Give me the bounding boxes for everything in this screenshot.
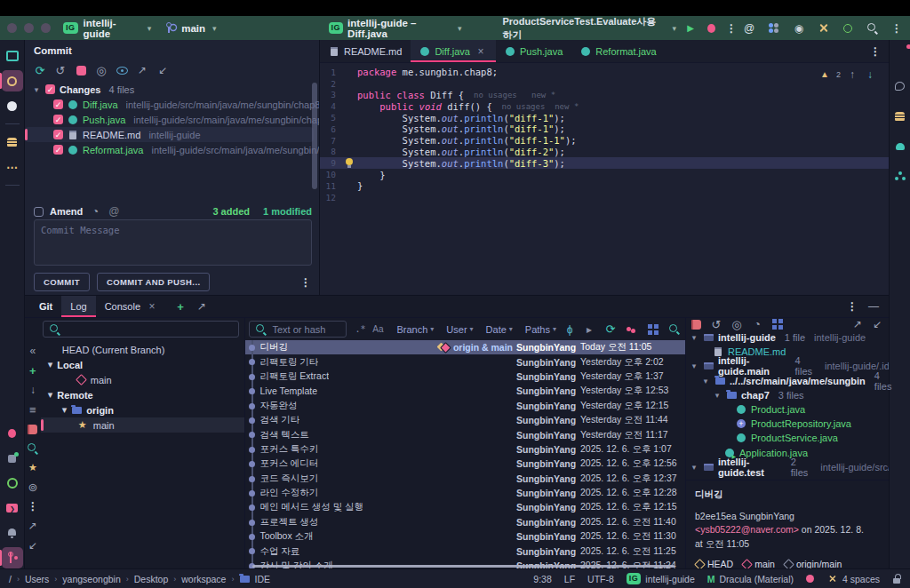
breadcrumb-item[interactable]: Users (25, 574, 49, 584)
breadcrumb-item[interactable]: yangseongbin (62, 574, 120, 584)
changes-group-row[interactable]: ▾✓Changes4 files (25, 82, 319, 97)
branch-switcher[interactable]: main (181, 23, 205, 34)
more-v-icon[interactable] (846, 300, 858, 313)
terminal-tool-button[interactable] (2, 497, 23, 519)
cherry-icon[interactable] (626, 323, 638, 336)
log-row[interactable]: 코드 즉시보기SungbinYang2025. 12. 6. 오후 12:37 (245, 472, 685, 486)
aichat-tool-button[interactable] (890, 75, 910, 97)
run-configuration-selector[interactable]: ProductServiceTest.Evaluate사용하기 (502, 15, 662, 42)
ai-icon[interactable] (842, 22, 854, 35)
minimize-icon[interactable] (867, 300, 880, 313)
breadcrumb[interactable]: /›Users›yangseongbin›Desktop›workspace›I… (9, 574, 270, 584)
intention-bulb-icon[interactable] (345, 158, 355, 168)
minimize-window-button[interactable] (24, 23, 34, 33)
details-tree-row[interactable]: ProductRepository.java (686, 417, 889, 431)
maximize-window-button[interactable] (41, 23, 51, 33)
log-row[interactable]: 메인 메서드 생성 및 실행SungbinYang2025. 12. 6. 오후… (245, 500, 685, 514)
commit-email[interactable]: <ysb05222@naver.com> (695, 524, 799, 535)
record-icon[interactable] (793, 22, 805, 35)
plus-icon[interactable] (27, 364, 39, 377)
branch-row-head-current-branch-[interactable]: HEAD (Current Branch) (41, 342, 245, 357)
encoding-widget[interactable]: UTF-8 (587, 574, 614, 584)
commit-button[interactable]: COMMIT (34, 273, 90, 291)
shelf-icon[interactable] (75, 64, 87, 76)
expand-icon[interactable] (27, 520, 39, 532)
details-tree-row[interactable]: ▾intellij-guide.main4 filesintellij-guid… (686, 359, 889, 373)
changed-file-row[interactable]: ✓Push.javaintellij-guide/src/main/java/m… (25, 112, 319, 127)
tools-icon[interactable] (818, 22, 829, 34)
log-row[interactable]: 자동완성SungbinYangYesterday 오후 12:15 (245, 399, 685, 413)
collapse-icon[interactable] (871, 318, 883, 330)
commit-message-input[interactable] (34, 219, 312, 266)
close-window-button[interactable] (7, 23, 17, 33)
macro-indicator[interactable] (806, 575, 814, 583)
next-warning-button[interactable] (864, 68, 876, 81)
window-title-group[interactable]: IG intellij-guide – Diff.java ▾ (329, 18, 462, 39)
log-row[interactable]: 수업 자료SungbinYang2025. 12. 6. 오전 11:25 (245, 544, 685, 558)
project-widget[interactable]: IG intellij-guide (627, 573, 695, 584)
editor-tab-reformat-java[interactable]: Reformat.java (571, 40, 665, 62)
breadcrumb-item[interactable]: / (9, 574, 12, 584)
more-y-tool-button[interactable] (2, 156, 23, 178)
lock-icon[interactable] (892, 574, 901, 584)
log-row[interactable]: 포커스 에디터SungbinYang2025. 12. 6. 오후 12:56 (245, 457, 685, 471)
plus-icon[interactable] (174, 300, 187, 313)
bell-p-tool-button[interactable] (890, 45, 910, 67)
users-icon[interactable] (768, 22, 780, 35)
case-icon[interactable] (371, 323, 384, 336)
close-icon[interactable] (146, 300, 158, 313)
db-tool-button[interactable] (890, 106, 910, 127)
gear-icon[interactable] (95, 64, 108, 76)
expand-icon[interactable] (196, 300, 208, 313)
file-checkbox[interactable]: ✓ (53, 130, 63, 139)
refresh-icon[interactable] (34, 64, 46, 76)
eye-icon[interactable] (116, 64, 128, 76)
details-tree-row[interactable]: README.md (686, 345, 889, 359)
regex-icon[interactable] (354, 323, 366, 336)
gradle-tool-button[interactable] (890, 136, 910, 157)
scrollbar[interactable] (312, 83, 317, 189)
details-tree-row[interactable]: ▾intellij-guide.test2 filesintellij-guid… (686, 460, 889, 474)
mention-icon[interactable] (108, 205, 120, 218)
more-v-icon[interactable] (869, 45, 882, 58)
services-tool-button[interactable] (2, 448, 23, 469)
run-more-button[interactable] (725, 22, 738, 35)
commit-more-button[interactable] (299, 276, 312, 289)
star-icon[interactable] (27, 461, 39, 473)
debug-button[interactable] (705, 22, 717, 35)
filter-user[interactable]: User▾ (446, 324, 473, 335)
collapse-icon[interactable] (156, 64, 169, 76)
theme-widget[interactable]: M Dracula (Material) (707, 574, 794, 584)
search-m-icon[interactable] (27, 442, 38, 454)
editor-tab-push-java[interactable]: Push.java (496, 40, 571, 62)
caret-position-widget[interactable]: 9:38 (533, 574, 551, 584)
dots-icon[interactable] (27, 500, 39, 513)
log-row[interactable]: 검색 기타SungbinYangYesterday 오전 11:44 (245, 413, 685, 427)
scrollbar[interactable] (252, 565, 675, 568)
details-tree-row[interactable]: Product.java (686, 402, 889, 417)
amend-checkbox[interactable] (34, 207, 44, 217)
expand-icon[interactable] (851, 318, 864, 330)
stack-icon[interactable] (27, 403, 39, 416)
filter-paths[interactable]: Paths▾ (525, 324, 556, 335)
log-row[interactable]: 프로젝트 생성SungbinYang2025. 12. 6. 오전 11:40 (245, 515, 685, 529)
breadcrumb-item[interactable]: IDE (239, 574, 270, 584)
file-checkbox[interactable]: ✓ (53, 115, 63, 124)
commit-search-field[interactable]: Text or hash (249, 321, 347, 338)
play-dim-icon[interactable] (583, 323, 595, 336)
globe-icon[interactable] (27, 481, 39, 493)
log-row[interactable]: Toolbox 소개SungbinYang2025. 12. 6. 오전 11:… (245, 529, 685, 544)
changed-file-row[interactable]: ✓Reformat.javaintellij-guide/src/main/ja… (25, 142, 319, 157)
changed-file-row[interactable]: ✓Diff.javaintellij-guide/src/main/java/m… (25, 97, 319, 112)
clock-icon[interactable] (751, 318, 763, 330)
details-tree-row[interactable]: ProductService.java (686, 431, 889, 445)
log-row[interactable]: 디버깅origin & mainSungbinYangToday 오전 11:0… (245, 340, 685, 354)
branch-row-main[interactable]: main (41, 372, 245, 387)
code-editor[interactable]: 1package me.sungbin.chap8;23public class… (320, 63, 889, 203)
details-tree-row[interactable]: ▾intellij-guide1 fileintellij-guide (686, 330, 889, 345)
line-ending-widget[interactable]: LF (564, 574, 575, 584)
branch-row-local[interactable]: ▾Local (41, 357, 245, 372)
more-v-icon[interactable] (890, 22, 903, 35)
branch-row-main[interactable]: main (41, 417, 245, 433)
history-icon[interactable] (54, 64, 67, 76)
